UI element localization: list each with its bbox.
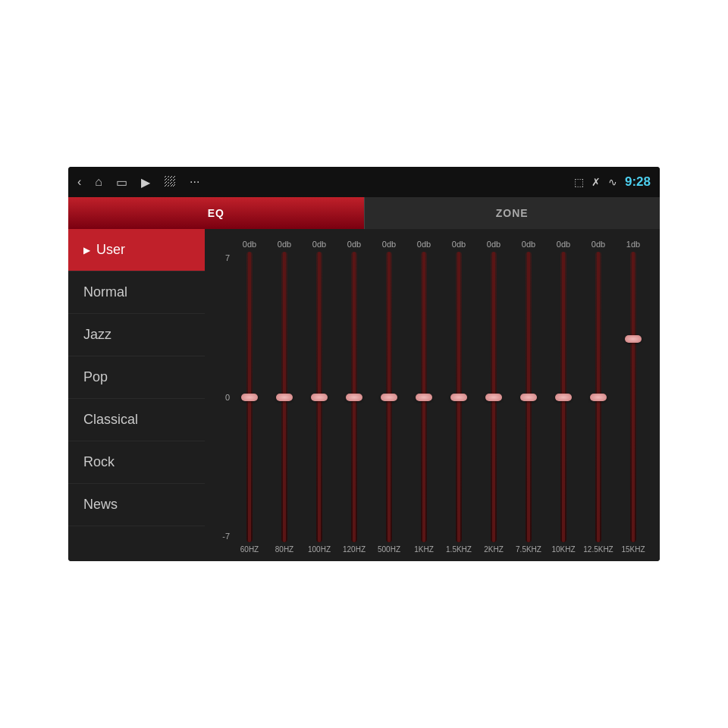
- freq-label-100HZ: 100HZ: [302, 545, 337, 554]
- slider-thumb-80HZ[interactable]: [276, 394, 293, 401]
- freq-labels: 60HZ80HZ100HZ120HZ500HZ1KHZ1.5KHZ2KHZ7.5…: [217, 545, 651, 554]
- camera-icon[interactable]: ▶: [141, 175, 150, 190]
- slider-thumb-120HZ[interactable]: [346, 394, 362, 401]
- slider-track-7.5KHZ[interactable]: [526, 252, 532, 542]
- slider-col-500HZ: [372, 252, 406, 542]
- eq-panel: 0db0db0db0db0db0db0db0db0db0db0db1db 7 0…: [205, 229, 660, 561]
- db-label-7.5KHZ: 0db: [511, 240, 546, 249]
- slider-track-12.5KHZ[interactable]: [595, 252, 601, 542]
- freq-label-1.5KHZ: 1.5KHZ: [441, 545, 476, 554]
- sidebar-item-jazz[interactable]: Jazz: [68, 314, 205, 356]
- freq-label-12.5KHZ: 12.5KHZ: [581, 545, 616, 554]
- main-content: ▶ User Normal Jazz Pop Classical Rock: [68, 229, 660, 561]
- more-icon[interactable]: ···: [190, 175, 199, 189]
- slider-track-2KHZ[interactable]: [491, 252, 497, 542]
- clock: 9:28: [625, 174, 651, 190]
- sidebar-item-rock[interactable]: Rock: [68, 441, 205, 484]
- sliders-row: 7 0 -7: [217, 252, 651, 542]
- wifi-icon: ∿: [608, 176, 617, 188]
- db-labels-top: 0db0db0db0db0db0db0db0db0db0db0db1db: [217, 240, 651, 249]
- slider-thumb-500HZ[interactable]: [381, 394, 397, 401]
- freq-label-500HZ: 500HZ: [372, 545, 406, 554]
- slider-thumb-15KHZ[interactable]: [625, 335, 642, 343]
- db-label-1.5KHZ: 0db: [441, 240, 476, 249]
- slider-track-500HZ[interactable]: [386, 252, 392, 542]
- sidebar-item-user[interactable]: ▶ User: [68, 229, 205, 271]
- slider-track-10KHZ[interactable]: [560, 252, 566, 542]
- status-bar-left: ‹ ⌂ ▭ ▶ ⛆ ···: [77, 175, 199, 190]
- slider-thumb-1KHZ[interactable]: [416, 394, 432, 401]
- freq-label-2KHZ: 2KHZ: [476, 545, 511, 554]
- slider-thumb-60HZ[interactable]: [241, 394, 258, 401]
- db-label-10KHZ: 0db: [546, 240, 581, 249]
- freq-label-1KHZ: 1KHZ: [406, 545, 441, 554]
- slider-col-80HZ: [267, 252, 302, 542]
- freq-label-7.5KHZ: 7.5KHZ: [511, 545, 546, 554]
- eq-sliders-area: 0db0db0db0db0db0db0db0db0db0db0db1db 7 0…: [217, 240, 651, 554]
- sidebar-item-pop[interactable]: Pop: [68, 356, 205, 399]
- home-icon[interactable]: ⌂: [95, 175, 102, 189]
- slider-track-120HZ[interactable]: [351, 252, 357, 542]
- slider-col-1.5KHZ: [441, 252, 476, 542]
- back-icon[interactable]: ‹: [77, 175, 81, 189]
- db-label-120HZ: 0db: [337, 240, 372, 249]
- slider-col-1KHZ: [406, 252, 441, 542]
- slider-thumb-12.5KHZ[interactable]: [590, 394, 607, 401]
- scale-top: 7: [217, 253, 232, 262]
- slider-col-60HZ: [232, 252, 267, 542]
- play-icon: ▶: [83, 245, 90, 256]
- slider-thumb-2KHZ[interactable]: [485, 394, 502, 401]
- slider-thumb-1.5KHZ[interactable]: [450, 394, 467, 401]
- slider-track-100HZ[interactable]: [316, 252, 322, 542]
- bag-icon[interactable]: ⛆: [164, 175, 176, 189]
- db-label-2KHZ: 0db: [476, 240, 511, 249]
- tab-eq[interactable]: EQ: [68, 197, 364, 229]
- db-label-1KHZ: 0db: [406, 240, 441, 249]
- scale-labels: 7 0 -7: [217, 252, 232, 542]
- slider-track-inner-15KHZ: [632, 252, 635, 542]
- db-label-80HZ: 0db: [267, 240, 302, 249]
- db-label-500HZ: 0db: [372, 240, 406, 249]
- slider-col-7.5KHZ: [511, 252, 546, 542]
- tab-zone[interactable]: ZONE: [364, 197, 661, 229]
- db-label-15KHZ: 1db: [616, 240, 651, 249]
- screen: ‹ ⌂ ▭ ▶ ⛆ ··· ⬚ ✗ ∿ 9:28 EQ ZONE: [68, 167, 660, 561]
- sidebar-item-normal[interactable]: Normal: [68, 271, 205, 314]
- status-bar: ‹ ⌂ ▭ ▶ ⛆ ··· ⬚ ✗ ∿ 9:28: [68, 167, 660, 197]
- freq-label-15KHZ: 15KHZ: [616, 545, 651, 554]
- sidebar: ▶ User Normal Jazz Pop Classical Rock: [68, 229, 205, 561]
- slider-thumb-10KHZ[interactable]: [555, 394, 572, 401]
- db-label-12.5KHZ: 0db: [581, 240, 616, 249]
- slider-track-15KHZ[interactable]: [630, 252, 636, 542]
- sidebar-item-classical[interactable]: Classical: [68, 399, 205, 441]
- recent-icon[interactable]: ▭: [116, 175, 127, 190]
- freq-label-80HZ: 80HZ: [267, 545, 302, 554]
- slider-col-12.5KHZ: [581, 252, 616, 542]
- slider-col-15KHZ: [616, 252, 651, 542]
- scale-bot: -7: [217, 532, 232, 541]
- db-label-100HZ: 0db: [302, 240, 337, 249]
- slider-col-2KHZ: [476, 252, 511, 542]
- db-label-60HZ: 0db: [232, 240, 267, 249]
- status-bar-right: ⬚ ✗ ∿ 9:28: [574, 174, 651, 190]
- slider-thumb-7.5KHZ[interactable]: [520, 394, 537, 401]
- slider-col-100HZ: [302, 252, 337, 542]
- slider-col-10KHZ: [546, 252, 581, 542]
- cast-icon: ⬚: [574, 176, 584, 188]
- freq-label-10KHZ: 10KHZ: [546, 545, 581, 554]
- slider-track-60HZ[interactable]: [246, 252, 253, 542]
- bluetooth-icon: ✗: [592, 176, 601, 188]
- slider-track-1KHZ[interactable]: [421, 252, 427, 542]
- freq-label-60HZ: 60HZ: [232, 545, 267, 554]
- freq-label-120HZ: 120HZ: [337, 545, 372, 554]
- tab-bar: EQ ZONE: [68, 197, 660, 229]
- device: ‹ ⌂ ▭ ▶ ⛆ ··· ⬚ ✗ ∿ 9:28 EQ ZONE: [0, 0, 728, 728]
- slider-thumb-100HZ[interactable]: [311, 394, 328, 401]
- sliders-container: [232, 252, 651, 542]
- slider-col-120HZ: [337, 252, 372, 542]
- scale-mid: 0: [217, 393, 232, 402]
- sidebar-item-news[interactable]: News: [68, 484, 205, 526]
- slider-track-1.5KHZ[interactable]: [456, 252, 462, 542]
- slider-track-80HZ[interactable]: [281, 252, 287, 542]
